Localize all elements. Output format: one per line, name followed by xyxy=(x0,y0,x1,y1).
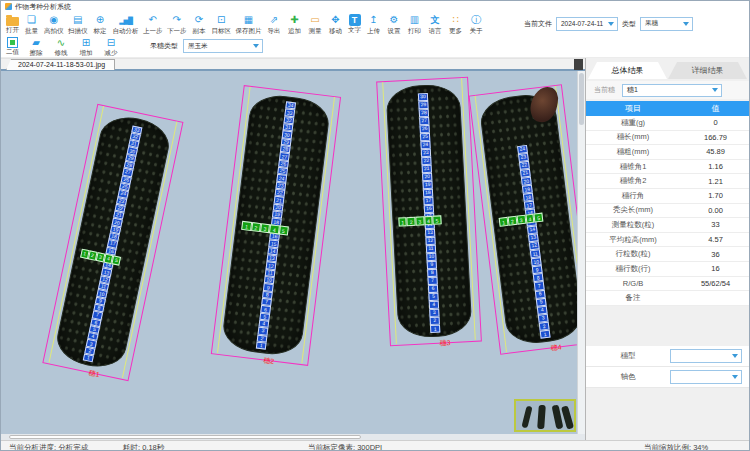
toolbar-button-fix-line[interactable]: ∿修线 xyxy=(53,35,69,57)
toolbar-button-refresh-copy[interactable]: ⟳副本 xyxy=(191,13,207,35)
toolbar-button-settings[interactable]: ⚙设置 xyxy=(386,13,402,35)
result-item-label: 穗长(mm) xyxy=(586,132,680,142)
toolbar-button-measure[interactable]: ▭测量 xyxy=(307,13,323,35)
toolbar-button-about[interactable]: ⓘ关于 xyxy=(468,13,484,35)
corn-ear[interactable]: 3029282726252423222120191817161514131211… xyxy=(385,83,472,339)
result-row: R/G/B55/62/54 xyxy=(586,277,750,292)
append-icon: ✚ xyxy=(287,14,303,27)
panel-tab-1[interactable]: 详细结果 xyxy=(668,62,747,79)
result-item-label: 穗锥角1 xyxy=(586,162,680,172)
chevron-down-icon xyxy=(732,354,738,358)
result-item-label: 穗锥角2 xyxy=(586,176,680,186)
result-item-value: 55/62/54 xyxy=(680,279,750,288)
statusbar: 当前分析进度: 分析完成 耗时: 0.18秒 当前标定像素: 300DPI 当前… xyxy=(1,440,749,451)
toolbar-button-label: 文字 xyxy=(348,26,361,33)
horizontal-scrollbar-thumb[interactable] xyxy=(9,435,361,439)
toolbar-button-save-image[interactable]: ▦保存图片 xyxy=(236,13,262,35)
print-icon: ▥ xyxy=(407,14,423,27)
toolbar-button-auto-analyze[interactable]: ▂▅█自动分析 xyxy=(113,13,139,35)
current-file-value: 2024-07-24-11 xyxy=(561,20,603,27)
move-icon: ✥ xyxy=(328,14,344,27)
image-canvas[interactable]: 3332313029282726252423222120191817161514… xyxy=(1,71,577,434)
language-icon: 文 xyxy=(427,14,443,27)
attribute-select[interactable] xyxy=(670,370,742,384)
current-ear-select[interactable]: 穗1 xyxy=(622,84,722,97)
results-table-body: 穗重(g)0穗长(mm)166.79穗粗(mm)45.89穗锥角11.16穗锥角… xyxy=(586,116,750,306)
toolbar-button-calibrate[interactable]: ⊕标定 xyxy=(92,13,108,35)
vertical-scrollbar[interactable] xyxy=(577,71,585,434)
toolbar-button-batch[interactable]: ❏批量 xyxy=(24,13,40,35)
binarize-icon xyxy=(7,37,18,48)
result-row: 穗锥角21.21 xyxy=(586,174,750,189)
toolbar-button-erase[interactable]: ▰擦除 xyxy=(28,35,44,57)
corn-ear[interactable]: 2423222120191817161514131211109876543211… xyxy=(478,91,577,346)
result-row: 穗重(g)0 xyxy=(586,116,750,131)
result-item-label: 穗粗(mm) xyxy=(586,147,680,157)
status-elapsed: 耗时: 0.18秒 xyxy=(123,443,164,451)
titlebar: 作物考种分析系统 xyxy=(1,1,749,12)
kernel-cell: 1 xyxy=(430,325,440,334)
result-item-label: 秃尖长(mm) xyxy=(586,205,680,215)
toolbar-button-move[interactable]: ✥移动 xyxy=(328,13,344,35)
result-item-value: 0 xyxy=(680,118,750,127)
save-image-icon: ▦ xyxy=(241,14,257,27)
toolbar-button-label: 增加 xyxy=(80,49,93,56)
type-select[interactable]: 果穗 xyxy=(640,17,693,31)
status-progress: 当前分析进度: 分析完成 xyxy=(9,443,88,451)
redo-icon: ↷ xyxy=(169,14,185,27)
vertical-scrollbar-thumb[interactable] xyxy=(579,73,584,125)
current-file-select[interactable]: 2024-07-24-11 xyxy=(556,17,618,31)
toolbar-button-doc-camera[interactable]: ◉高拍仪 xyxy=(44,13,64,35)
toolbar-button-undo[interactable]: ↶上一步 xyxy=(143,13,163,35)
column-item: 项目 xyxy=(586,103,680,114)
panel-tab-0[interactable]: 总体结果 xyxy=(588,62,667,79)
toolbar-button-binarize[interactable]: 二值 xyxy=(6,35,19,57)
kernel-cell: 1 xyxy=(540,330,551,339)
add-icon: ⊞ xyxy=(78,36,94,49)
kernel-cell: 1 xyxy=(256,341,267,349)
app-icon xyxy=(5,3,12,10)
current-ear-value: 穗1 xyxy=(627,85,638,95)
attribute-select[interactable] xyxy=(670,349,742,363)
ear-type-select[interactable]: 黑玉米 xyxy=(183,39,263,53)
toolbar-button-label: 高拍仪 xyxy=(44,27,64,34)
toolbar-button-more[interactable]: ∷更多 xyxy=(448,13,464,35)
corn-ear[interactable]: 3433323130292827262524232221201918171615… xyxy=(221,92,332,358)
toolbar-button-export[interactable]: ⇗导出 xyxy=(266,13,282,35)
toolbar-button-upload[interactable]: ↥上传 xyxy=(366,13,382,35)
minimap xyxy=(514,399,576,432)
export-icon: ⇗ xyxy=(266,14,282,27)
result-item-value: 0.00 xyxy=(680,206,750,215)
attribute-row: 轴色 xyxy=(586,367,750,388)
toolbar-button-target-area[interactable]: ⊡目标区 xyxy=(212,13,232,35)
toolbar-button-decrease[interactable]: ⊟减少 xyxy=(103,35,119,57)
corn-ear[interactable]: 3332313029282726252423222120191817161514… xyxy=(53,111,174,372)
toolbar-button-open-folder[interactable]: 打开 xyxy=(6,13,19,35)
toolbar-button-print[interactable]: ▥打印 xyxy=(407,13,423,35)
current-ear-label: 当前穗 xyxy=(594,85,615,95)
toolbar-button-label: 设置 xyxy=(388,27,401,34)
tab-overflow-button[interactable] xyxy=(574,59,583,70)
text-icon: T xyxy=(349,14,361,26)
toolbar-button-add[interactable]: ⊞增加 xyxy=(78,35,94,57)
toolbar-button-text[interactable]: T文字 xyxy=(348,13,361,35)
toolbar-button-label: 减少 xyxy=(105,49,118,56)
result-item-label: 测量粒数(粒) xyxy=(586,220,680,230)
results-table-header: 项目 值 xyxy=(586,101,750,116)
toolbar-button-label: 自动分析 xyxy=(113,27,139,34)
toolbar-button-redo[interactable]: ↷下一步 xyxy=(167,13,187,35)
row-cell: 5 xyxy=(534,213,544,223)
window-title: 作物考种分析系统 xyxy=(15,2,71,12)
toolbar-button-label: 修线 xyxy=(55,49,68,56)
chevron-down-icon xyxy=(608,22,614,26)
toolbar-button-scanner[interactable]: ▤扫描仪 xyxy=(68,13,88,35)
toolbar-button-append[interactable]: ✚追加 xyxy=(287,13,303,35)
file-tab[interactable]: 2024-07-24-11-18-53-01.jpg xyxy=(6,59,115,70)
toolbar-button-label: 目标区 xyxy=(212,27,232,34)
result-row: 穗行数(行)16 xyxy=(586,262,750,277)
ear-label: 穗4 xyxy=(550,342,562,353)
result-item-label: 穗行数(行) xyxy=(586,264,680,274)
result-item-label: R/G/B xyxy=(586,279,680,288)
status-zoom: 当前缩放比例: 34% xyxy=(644,443,708,451)
toolbar-button-language[interactable]: 文语言 xyxy=(427,13,443,35)
